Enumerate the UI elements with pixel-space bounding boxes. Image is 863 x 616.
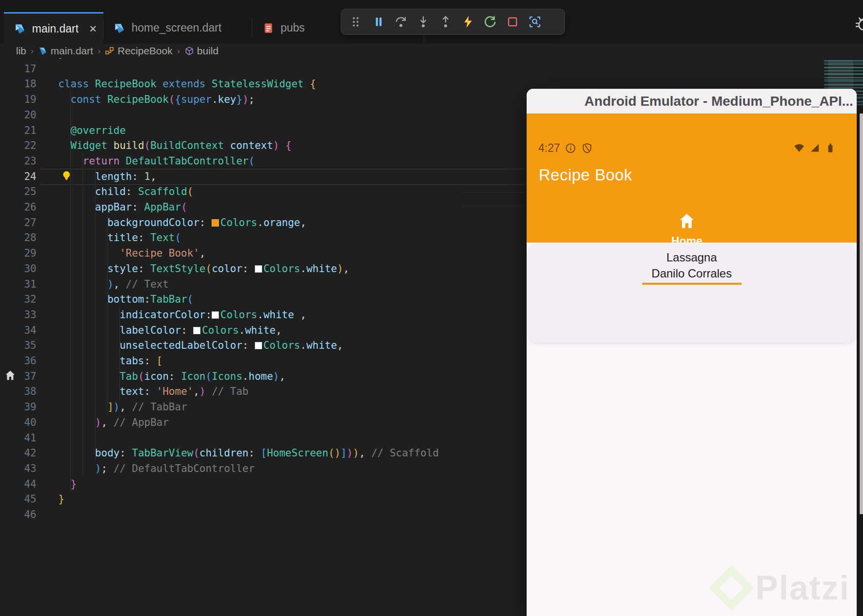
code-line: 27 backgroundColor: Colors.orange,	[0, 215, 534, 230]
panel-edge-line	[463, 206, 525, 206]
breadcrumb-recipebook[interactable]: RecipeBook	[105, 45, 172, 57]
tab-label: home_screen.dart	[132, 21, 221, 34]
side-window-edge	[859, 113, 863, 514]
shield-icon	[581, 142, 593, 154]
pause-icon[interactable]	[367, 12, 390, 32]
code-line: 40 ), // AppBar	[0, 415, 534, 430]
code-line: 43 ); // DefaultTabController	[0, 461, 534, 476]
breadcrumb: lib › main.dart › RecipeBook › build	[0, 44, 863, 58]
step-out-icon[interactable]	[434, 12, 457, 32]
platzi-watermark: Platzi	[715, 568, 850, 607]
code-line: 28 title: Text(	[0, 230, 534, 245]
stop-icon[interactable]	[501, 12, 524, 32]
debug-bug-icon[interactable]	[853, 14, 863, 33]
emulator-window-title: Android Emulator - Medium_Phone_API...	[530, 94, 853, 109]
debug-toolbar	[341, 9, 565, 35]
recipe-card[interactable]: Lassagna Danilo Corrales	[529, 244, 855, 342]
code-line: 44 }	[0, 476, 534, 492]
panel-edge-line	[463, 192, 525, 193]
code-line: 30 style: TextStyle(color: Colors.white)…	[0, 261, 534, 276]
hot-reload-icon[interactable]	[457, 12, 479, 32]
android-emulator-window: Android Emulator - Medium_Phone_API... 4…	[527, 89, 857, 616]
code-line: 35 unselectedLabelColor: Colors.white,	[0, 338, 534, 353]
home-gutter-icon[interactable]	[4, 369, 17, 382]
emulator-title-bar[interactable]: Android Emulator - Medium_Phone_API...	[527, 89, 857, 113]
card-divider	[642, 283, 742, 285]
tab-home-screen-dart[interactable]: home_screen.dart	[103, 12, 252, 44]
code-line: 29 'Recipe Book',	[0, 245, 534, 261]
tab-label: pubs	[281, 21, 305, 34]
tab-main-dart[interactable]: main.dart ×	[4, 12, 103, 44]
recipe-author: Danilo Corrales	[529, 265, 855, 281]
code-line: 23 return DefaultTabController(	[0, 153, 534, 169]
breadcrumb-lib[interactable]: lib	[16, 45, 26, 57]
class-symbol-icon	[105, 46, 115, 56]
chevron-right-icon: ›	[31, 46, 33, 56]
code-line: 22 Widget build(BuildContext context) {	[0, 138, 534, 153]
code-line: 24 length: 1,	[0, 169, 534, 184]
code-line: 31 ), // Text	[0, 276, 534, 292]
color-swatch-white	[212, 311, 219, 319]
home-icon	[677, 211, 697, 231]
code-line: 17	[0, 61, 534, 77]
code-line: 38 text: 'Home',) // Tab	[0, 384, 534, 399]
color-swatch-orange	[212, 219, 219, 227]
code-line: 45}	[0, 491, 534, 507]
code-line: 25 child: Scaffold(	[0, 184, 534, 199]
dart-icon	[14, 22, 26, 35]
restart-icon[interactable]	[479, 12, 501, 32]
breadcrumb-build[interactable]: build	[184, 45, 218, 57]
code-line: 46	[0, 507, 534, 522]
code-line: 37 Tab(icon: Icon(Icons.home),	[0, 369, 534, 384]
breadcrumb-main-dart[interactable]: main.dart	[38, 45, 93, 57]
code-line: 19 const RecipeBook({super.key});	[0, 92, 534, 107]
code-line: 32 bottom:TabBar(	[0, 292, 534, 307]
info-icon	[564, 142, 577, 154]
lightbulb-icon[interactable]	[60, 169, 73, 183]
code-line: 33 indicatorColor:Colors.white ,	[0, 307, 534, 323]
status-time: 4:27	[538, 142, 560, 155]
app-body: Lassagna Danilo Corrales Platzi	[527, 243, 857, 616]
platzi-watermark-text: Platzi	[755, 568, 850, 607]
dart-icon	[38, 46, 48, 56]
grip-icon[interactable]	[345, 12, 367, 32]
step-over-icon[interactable]	[390, 12, 412, 32]
code-line: 18class RecipeBook extends StatelessWidg…	[0, 76, 534, 92]
method-symbol-icon	[184, 46, 194, 56]
tab-label: main.dart	[32, 22, 79, 35]
chevron-right-icon: ›	[177, 46, 180, 56]
app-title: Recipe Book	[539, 166, 632, 184]
tab-separator	[424, 35, 424, 43]
color-swatch-white	[255, 342, 262, 349]
step-into-icon[interactable]	[412, 12, 434, 32]
code-line: 20	[0, 107, 534, 123]
code-line: 34 labelColor: Colors.white,	[0, 323, 534, 338]
wifi-icon	[793, 142, 805, 154]
recipe-name: Lassagna	[529, 249, 855, 265]
signal-icon	[809, 142, 821, 154]
red-file-icon	[262, 22, 275, 34]
vscode-window: main.dart × home_screen.dart pubs	[0, 0, 863, 616]
dart-icon	[113, 22, 126, 34]
close-icon[interactable]: ×	[89, 22, 97, 35]
code-line: 36 tabs: [	[0, 353, 534, 369]
inspect-widget-icon[interactable]	[524, 12, 546, 32]
color-swatch-white	[193, 327, 200, 334]
color-swatch-white	[255, 265, 262, 273]
code-line: 26 appBar: AppBar(	[0, 199, 534, 215]
code-line: 41	[0, 430, 534, 446]
battery-icon	[824, 142, 836, 154]
app-bar: 4:27 Recipe Book Home	[527, 113, 857, 243]
platzi-diamond-icon	[709, 565, 754, 610]
code-line: 39 ]), // TabBar	[0, 399, 534, 415]
code-line: 42 body: TabBarView(children: [HomeScree…	[0, 445, 534, 461]
code-line: 21 @override	[0, 123, 534, 138]
chevron-right-icon: ›	[98, 46, 100, 56]
